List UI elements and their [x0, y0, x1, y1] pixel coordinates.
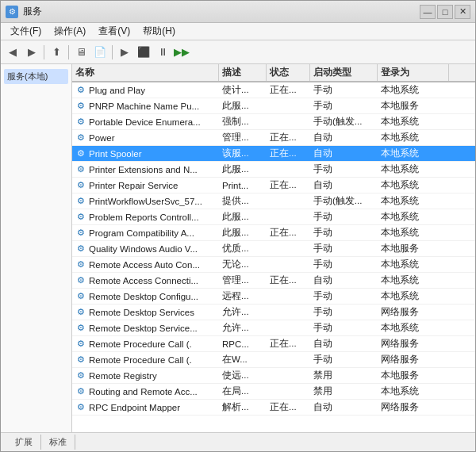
table-row[interactable]: ⚙Remote Desktop Service...允许...手动本地系统	[72, 320, 475, 336]
menu-file[interactable]: 文件(F)	[4, 24, 48, 39]
tab-standard[interactable]: 标准	[41, 435, 75, 450]
table-row[interactable]: ⚙Remote Access Connecti...管理...正在...自动本地…	[72, 273, 475, 289]
cell-status: 正在...	[267, 274, 310, 287]
minimize-button[interactable]: —	[420, 5, 436, 19]
cell-status: 正在...	[267, 147, 310, 160]
cell-startup: 手动	[310, 258, 378, 271]
resume-service-btn[interactable]: ▶▶	[173, 44, 190, 61]
cell-status	[267, 121, 310, 123]
table-row[interactable]: ⚙Remote Desktop Services允许...手动网络服务	[72, 305, 475, 320]
menu-help[interactable]: 帮助(H)	[136, 24, 182, 39]
service-icon: ⚙	[75, 85, 86, 96]
main-area: 服务(本地) 名称 描述 状态 启动类型 登录为 ⚙Plug and Play使…	[1, 64, 475, 432]
table-row[interactable]: ⚙Remote Desktop Configu...远程...手动本地系统	[72, 289, 475, 305]
pause-service-btn[interactable]: ⏸	[154, 44, 171, 61]
gear-icon: ⚙	[77, 339, 85, 349]
cell-desc: 管理...	[219, 131, 267, 144]
table-row[interactable]: ⚙Plug and Play使计...正在...手动本地系统	[72, 82, 475, 98]
maximize-button[interactable]: □	[437, 5, 453, 19]
col-header-desc[interactable]: 描述	[219, 64, 267, 81]
start-service-btn[interactable]: ▶	[116, 44, 133, 61]
cell-login: 网络服务	[378, 353, 449, 366]
cell-name: ⚙PrintWorkflowUserSvc_57...	[72, 195, 219, 208]
cell-name: ⚙Remote Registry	[72, 370, 219, 382]
table-row[interactable]: ⚙PrintWorkflowUserSvc_57...提供...手动(触发...…	[72, 193, 475, 209]
cell-status	[267, 248, 310, 250]
table-row[interactable]: ⚙Remote Registry使远...禁用本地服务	[72, 368, 475, 384]
tab-expand[interactable]: 扩展	[7, 435, 41, 450]
sidebar-item-local[interactable]: 服务(本地)	[4, 69, 68, 84]
back-button[interactable]: ◀	[4, 44, 21, 61]
table-row[interactable]: ⚙RPC Endpoint Mapper解析...正在...自动网络服务	[72, 400, 475, 416]
table-row[interactable]: ⚙Printer Repair ServicePrint...正在...自动本地…	[72, 178, 475, 193]
cell-name: ⚙Plug and Play	[72, 84, 219, 97]
toolbar: ◀ ▶ ⬆ 🖥 📄 ▶ ⬛ ⏸ ▶▶	[1, 40, 475, 64]
cell-status	[267, 105, 310, 107]
cell-login: 本地服务	[378, 99, 449, 113]
table-row[interactable]: ⚙Quality Windows Audio V...优质...手动本地服务	[72, 241, 475, 257]
services-window: ⚙ 服务 — □ ✕ 文件(F) 操作(A) 查看(V) 帮助(H) ◀ ▶ ⬆…	[0, 0, 476, 452]
table-row[interactable]: ⚙Program Compatibility A...此服...正在...手动本…	[72, 225, 475, 241]
gear-icon: ⚙	[77, 370, 85, 381]
table-row[interactable]: ⚙Print Spooler该服...正在...自动本地系统	[72, 146, 475, 162]
col-header-login[interactable]: 登录为	[378, 64, 449, 81]
show-hide-btn[interactable]: 🖥	[72, 44, 90, 61]
col-header-startup[interactable]: 启动类型	[310, 64, 378, 81]
cell-name: ⚙Program Compatibility A...	[72, 227, 219, 239]
cell-desc: 解析...	[219, 400, 267, 414]
service-icon: ⚙	[75, 101, 86, 112]
table-row[interactable]: ⚙PNRP Machine Name Pu...此服...手动本地服务	[72, 98, 475, 114]
table-row[interactable]: ⚙Printer Extensions and N...此服...手动本地系统	[72, 162, 475, 178]
table-row[interactable]: ⚙Problem Reports Controll...此服...手动本地系统	[72, 209, 475, 225]
cell-status	[267, 375, 310, 377]
service-icon: ⚙	[75, 275, 86, 286]
cell-desc: RPC...	[219, 339, 267, 350]
cell-login: 本地系统	[378, 289, 449, 303]
table-row[interactable]: ⚙Remote Procedure Call (.RPC...正在...自动网络…	[72, 336, 475, 352]
cell-login: 网络服务	[378, 337, 449, 350]
col-header-status[interactable]: 状态	[267, 64, 310, 81]
toolbar-separator-2	[68, 45, 69, 59]
cell-login: 本地服务	[378, 369, 449, 382]
forward-button[interactable]: ▶	[23, 44, 40, 61]
table-row[interactable]: ⚙Remote Procedure Call (.在W...手动网络服务	[72, 352, 475, 368]
status-bar: 扩展 标准	[1, 432, 475, 451]
cell-desc: 在W...	[219, 353, 267, 366]
menu-view[interactable]: 查看(V)	[92, 24, 136, 39]
up-button[interactable]: ⬆	[48, 44, 65, 61]
service-name-text: RPC Endpoint Mapper	[89, 403, 180, 412]
cell-login: 本地系统	[378, 83, 449, 97]
cell-startup: 手动	[310, 99, 378, 113]
window-title: 服务	[23, 5, 42, 18]
service-icon: ⚙	[75, 259, 86, 270]
cell-startup: 手动	[310, 289, 378, 303]
cell-status	[267, 296, 310, 297]
service-name-text: Routing and Remote Acc...	[89, 387, 198, 396]
service-icon: ⚙	[75, 212, 86, 223]
col-header-name[interactable]: 名称	[72, 64, 219, 81]
cell-name: ⚙Portable Device Enumera...	[72, 116, 219, 128]
export-btn[interactable]: 📄	[91, 44, 109, 61]
table-row[interactable]: ⚙Portable Device Enumera...强制...手动(触发...…	[72, 114, 475, 130]
gear-icon: ⚙	[77, 354, 85, 365]
service-name-text: Remote Procedure Call (.	[89, 355, 192, 365]
cell-login: 本地系统	[378, 163, 449, 176]
cell-startup: 手动(触发...	[310, 194, 378, 208]
cell-status	[267, 201, 310, 202]
service-name-text: Remote Access Connecti...	[89, 276, 198, 285]
cell-desc: 使计...	[219, 83, 267, 97]
cell-name: ⚙Printer Extensions and N...	[72, 163, 219, 176]
close-button[interactable]: ✕	[455, 5, 470, 19]
cell-login: 本地系统	[378, 115, 449, 128]
stop-service-btn[interactable]: ⬛	[135, 44, 152, 61]
gear-icon: ⚙	[77, 291, 85, 301]
toolbar-separator-3	[112, 45, 113, 59]
cell-desc: 此服...	[219, 226, 267, 239]
menu-action[interactable]: 操作(A)	[48, 24, 92, 39]
table-row[interactable]: ⚙Routing and Remote Acc...在局...禁用本地系统	[72, 384, 475, 400]
table-row[interactable]: ⚙Power管理...正在...自动本地系统	[72, 130, 475, 146]
table-row[interactable]: ⚙Remote Access Auto Con...无论...手动本地系统	[72, 257, 475, 273]
cell-desc: Print...	[219, 180, 267, 191]
service-name-text: Power	[89, 133, 115, 143]
cell-name: ⚙Routing and Remote Acc...	[72, 385, 219, 398]
